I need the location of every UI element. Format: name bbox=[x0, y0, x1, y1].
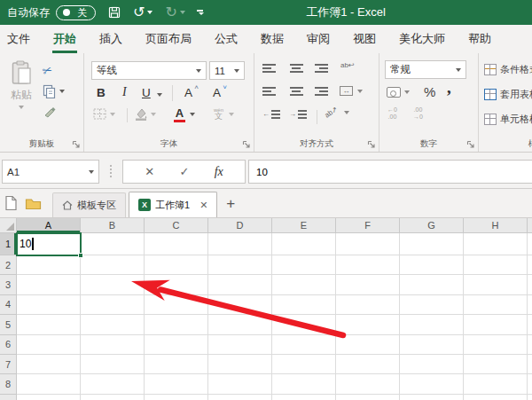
grid-cell[interactable] bbox=[528, 355, 532, 374]
tab-page-layout[interactable]: 页面布局 bbox=[134, 25, 203, 53]
copy-dropdown-icon[interactable] bbox=[59, 90, 65, 93]
row-header[interactable]: 7 bbox=[0, 355, 17, 374]
grid-cell[interactable] bbox=[400, 315, 464, 334]
grid-cell[interactable] bbox=[464, 275, 528, 294]
enter-icon[interactable]: ✓ bbox=[179, 165, 189, 178]
customize-qat-button[interactable] bbox=[196, 10, 204, 15]
align-bottom-button[interactable] bbox=[314, 64, 328, 73]
grid-cell[interactable] bbox=[528, 335, 532, 355]
font-color-dropdown-icon[interactable] bbox=[190, 113, 195, 116]
grid-cell[interactable] bbox=[400, 355, 464, 374]
row-header[interactable]: 1 bbox=[0, 233, 17, 255]
name-box[interactable]: A1 bbox=[2, 160, 99, 184]
grid-cell[interactable] bbox=[272, 295, 336, 315]
grid-cell[interactable] bbox=[464, 233, 528, 255]
column-header[interactable] bbox=[528, 218, 532, 233]
bold-button[interactable]: B bbox=[97, 86, 106, 99]
grid-cell[interactable] bbox=[81, 355, 145, 374]
grid-cell[interactable] bbox=[464, 335, 528, 355]
grid-cell[interactable] bbox=[528, 374, 532, 394]
format-painter-button[interactable] bbox=[43, 105, 57, 119]
copy-button[interactable] bbox=[43, 84, 65, 98]
row-header[interactable]: 6 bbox=[0, 335, 17, 355]
grid-cell[interactable] bbox=[464, 374, 528, 394]
decrease-indent-button[interactable]: ← bbox=[262, 110, 281, 119]
grid-cell[interactable] bbox=[17, 275, 81, 294]
grid-cell[interactable] bbox=[528, 295, 532, 315]
grid-cell[interactable] bbox=[336, 295, 400, 315]
grid-cell[interactable] bbox=[145, 374, 208, 394]
grid-cell[interactable] bbox=[17, 295, 81, 315]
percent-style-button[interactable]: % bbox=[424, 84, 435, 99]
borders-button[interactable] bbox=[93, 108, 115, 120]
grid-cell[interactable] bbox=[145, 275, 208, 294]
grid-cell[interactable] bbox=[81, 275, 145, 294]
grid-cell[interactable] bbox=[81, 255, 145, 275]
grid-cell[interactable] bbox=[464, 355, 528, 374]
cell-styles-button[interactable]: 单元格样式 bbox=[484, 113, 532, 126]
grid-cell[interactable] bbox=[272, 233, 336, 255]
grid-cell[interactable] bbox=[528, 315, 532, 334]
column-header[interactable]: D bbox=[208, 218, 272, 233]
grid-cell[interactable] bbox=[17, 374, 81, 394]
number-format-dropdown-icon[interactable] bbox=[456, 68, 461, 72]
select-all-button[interactable] bbox=[0, 218, 17, 233]
accounting-dropdown-icon[interactable] bbox=[404, 90, 410, 94]
grid-cell[interactable] bbox=[17, 255, 81, 275]
insert-function-button[interactable]: fx bbox=[215, 165, 223, 179]
grid-cell[interactable] bbox=[336, 335, 400, 355]
close-tab-icon[interactable]: ✕ bbox=[200, 200, 207, 211]
decrease-decimal-button[interactable]: .00 →0 bbox=[413, 106, 423, 120]
undo-button[interactable]: ↺ bbox=[133, 5, 153, 20]
grid-cell[interactable] bbox=[272, 374, 336, 394]
font-dialog-launcher-icon[interactable] bbox=[242, 140, 251, 149]
wrap-text-button[interactable]: ab↩ bbox=[340, 62, 355, 69]
grid-cell[interactable] bbox=[272, 335, 336, 355]
number-dialog-launcher-icon[interactable] bbox=[466, 140, 475, 149]
font-color-button[interactable]: A bbox=[174, 106, 195, 122]
save-button[interactable] bbox=[108, 6, 121, 19]
grid-cell[interactable] bbox=[400, 395, 464, 400]
comma-style-button[interactable]: , bbox=[447, 83, 451, 92]
tab-file[interactable]: 文件 bbox=[0, 25, 42, 53]
column-header[interactable]: G bbox=[400, 218, 464, 233]
grid-cell[interactable] bbox=[336, 275, 400, 294]
tab-template-zone[interactable]: 模板专区 bbox=[52, 192, 126, 217]
undo-dropdown-icon[interactable] bbox=[147, 11, 153, 14]
row-header[interactable]: 2 bbox=[0, 255, 17, 275]
tab-workbook1[interactable]: X 工作簿1 ✕ bbox=[129, 192, 217, 217]
paste-dropdown-icon[interactable] bbox=[19, 106, 24, 109]
grid-cell[interactable] bbox=[208, 395, 272, 400]
grid-cell[interactable] bbox=[17, 335, 81, 355]
grid-cell[interactable] bbox=[336, 315, 400, 334]
open-folder-button[interactable] bbox=[25, 197, 42, 214]
grid-cell[interactable] bbox=[145, 355, 208, 374]
grid-cell[interactable] bbox=[336, 395, 400, 400]
grid-cell[interactable] bbox=[145, 395, 208, 400]
shrink-font-button[interactable]: A ˅ bbox=[213, 86, 221, 99]
grid-cell[interactable] bbox=[528, 275, 532, 294]
grid-cell[interactable] bbox=[17, 315, 81, 334]
increase-indent-button[interactable]: → bbox=[289, 110, 308, 119]
row-header[interactable]: 4 bbox=[0, 295, 17, 315]
grid-cell[interactable] bbox=[336, 355, 400, 374]
grow-font-button[interactable]: A ˄ bbox=[184, 86, 192, 99]
grid-cell[interactable] bbox=[81, 295, 145, 315]
grid-cell[interactable] bbox=[400, 275, 464, 294]
underline-button[interactable]: U bbox=[142, 86, 151, 99]
tab-review[interactable]: 审阅 bbox=[295, 25, 341, 53]
autosave-toggle[interactable]: 关 bbox=[56, 5, 96, 20]
font-size-select[interactable]: 11 bbox=[209, 61, 245, 80]
grid-cell[interactable] bbox=[81, 374, 145, 394]
orientation-dropdown-icon[interactable] bbox=[344, 111, 349, 114]
grid-cell[interactable] bbox=[17, 355, 81, 374]
grid-cell[interactable] bbox=[17, 395, 81, 400]
grid-cell[interactable] bbox=[464, 395, 528, 400]
grid-cell[interactable] bbox=[400, 335, 464, 355]
accounting-format-button[interactable] bbox=[387, 87, 410, 98]
new-tab-button[interactable]: + bbox=[226, 196, 235, 211]
underline-dropdown-icon[interactable] bbox=[157, 93, 162, 97]
grid-cell[interactable] bbox=[81, 395, 145, 400]
grid-cell[interactable] bbox=[272, 275, 336, 294]
name-box-dropdown-icon[interactable] bbox=[89, 170, 94, 174]
